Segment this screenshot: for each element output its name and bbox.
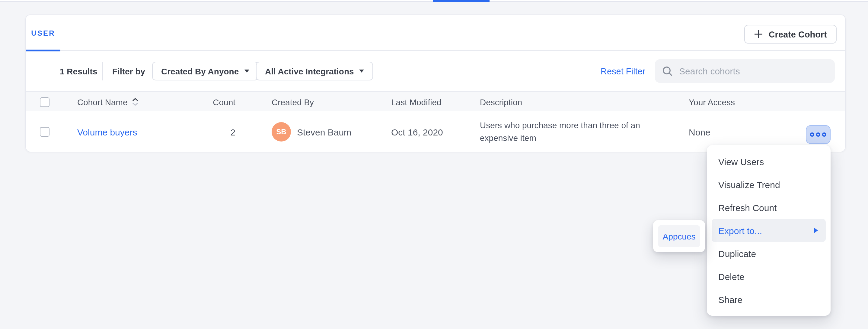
menu-item-export-to[interactable]: Export to... — [712, 219, 826, 242]
active-nav-tab-indicator — [433, 0, 490, 2]
cohorts-card: USER Create Cohort 1 Results Filter by C… — [25, 15, 846, 152]
search-cohorts-box — [655, 59, 835, 83]
menu-item-delete[interactable]: Delete — [707, 265, 831, 288]
row-checkbox-cell — [40, 127, 50, 137]
row-checkbox[interactable] — [40, 127, 50, 137]
select-all-checkbox-cell — [40, 92, 50, 112]
menu-item-duplicate[interactable]: Duplicate — [707, 242, 831, 265]
menu-item-view-users[interactable]: View Users — [707, 150, 831, 173]
menu-item-visualize-trend[interactable]: Visualize Trend — [707, 173, 831, 196]
menu-item-export-to-label: Export to... — [718, 225, 762, 236]
created-by-dropdown[interactable]: Created By Anyone — [152, 62, 258, 80]
dot-icon — [816, 133, 820, 137]
dot-icon — [810, 133, 814, 137]
export-submenu: Appcues — [653, 220, 705, 252]
tab-user[interactable]: USER — [26, 15, 60, 51]
your-access-cell: None — [689, 112, 710, 152]
header-your-access[interactable]: Your Access — [689, 92, 735, 112]
filter-by-label: Filter by — [112, 66, 145, 76]
created-by-cell: SB Steven Baum — [272, 112, 351, 152]
integrations-dropdown-value: All Active Integrations — [265, 66, 354, 76]
chevron-down-icon — [360, 70, 364, 73]
create-cohort-label: Create Cohort — [769, 29, 827, 39]
search-cohorts-input[interactable] — [679, 66, 818, 76]
menu-item-refresh-count[interactable]: Refresh Count — [707, 196, 831, 219]
created-by-dropdown-value: Created By Anyone — [161, 66, 239, 76]
header-last-modified[interactable]: Last Modified — [391, 92, 441, 112]
description-cell: Users who purchase more than three of an… — [480, 112, 651, 152]
submenu-arrow-icon — [814, 227, 818, 234]
chevron-down-icon — [244, 70, 249, 73]
integrations-dropdown[interactable]: All Active Integrations — [256, 62, 373, 80]
search-icon — [662, 65, 673, 77]
card-tab-bar: USER Create Cohort — [26, 15, 845, 51]
header-description[interactable]: Description — [480, 92, 522, 112]
tab-user-label: USER — [31, 29, 55, 37]
select-all-checkbox[interactable] — [40, 97, 50, 107]
header-created-by[interactable]: Created By — [272, 92, 314, 112]
sort-icon — [132, 98, 139, 106]
table-header-row: Cohort Name Count Created By Last Modifi… — [26, 91, 845, 111]
dot-icon — [822, 133, 826, 137]
row-actions-button[interactable] — [806, 125, 831, 144]
last-modified-cell: Oct 16, 2020 — [391, 112, 443, 152]
creator-name: Steven Baum — [297, 127, 351, 137]
row-actions-menu: View Users Visualize Trend Refresh Count… — [707, 145, 831, 316]
submenu-item-appcues[interactable]: Appcues — [658, 225, 700, 247]
reset-filter-link[interactable]: Reset Filter — [600, 66, 645, 76]
avatar: SB — [272, 122, 291, 141]
filter-row: 1 Results Filter by Created By Anyone Al… — [26, 51, 845, 91]
cohort-name-link[interactable]: Volume buyers — [77, 127, 137, 137]
header-cohort-name[interactable]: Cohort Name — [77, 92, 139, 112]
description-text: Users who purchase more than three of an… — [480, 119, 651, 144]
results-count: 1 Results — [60, 66, 97, 76]
count-cell: 2 — [186, 112, 236, 152]
menu-item-share[interactable]: Share — [707, 288, 831, 311]
cohort-name-cell: Volume buyers — [77, 112, 137, 152]
page: USER Create Cohort 1 Results Filter by C… — [0, 0, 868, 329]
plus-icon — [754, 30, 763, 39]
divider — [102, 62, 103, 80]
create-cohort-button[interactable]: Create Cohort — [745, 25, 837, 44]
header-count[interactable]: Count — [186, 92, 236, 112]
header-cohort-name-label: Cohort Name — [77, 97, 128, 107]
